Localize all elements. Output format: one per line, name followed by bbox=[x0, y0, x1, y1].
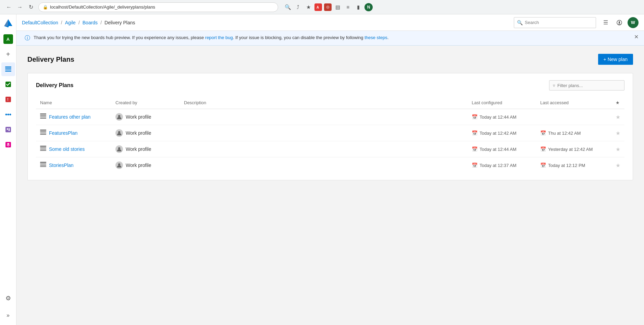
calendar-icon: 📅 bbox=[472, 162, 478, 168]
browser-toolbar: 🔍 ⤴ ★ A ▤ ≡ ▮ N bbox=[284, 3, 373, 11]
calendar-accessed-icon: 📅 bbox=[540, 162, 546, 168]
ext2-icon[interactable] bbox=[324, 3, 332, 11]
plan-name-link[interactable]: Some old stories bbox=[49, 146, 85, 152]
breadcrumb-sep3: / bbox=[100, 20, 102, 25]
share-icon[interactable]: ⤴ bbox=[294, 3, 302, 11]
svg-rect-5 bbox=[5, 68, 11, 69]
svg-point-13 bbox=[9, 114, 11, 116]
svg-rect-26 bbox=[40, 130, 46, 131]
nav-list-icon[interactable]: ☰ bbox=[600, 17, 611, 28]
sidebar: A + ! bbox=[0, 14, 16, 325]
content-area: ⓘ Thank you for trying the new boards hu… bbox=[16, 31, 644, 325]
breadcrumb-agile[interactable]: Agile bbox=[65, 20, 76, 25]
favorite-button[interactable]: ★ bbox=[616, 130, 620, 136]
calendar-icon: 📅 bbox=[472, 146, 478, 152]
svg-rect-22 bbox=[40, 115, 46, 116]
svg-rect-31 bbox=[40, 146, 46, 147]
svg-point-3 bbox=[326, 5, 330, 9]
sidebar-artifacts-icon[interactable] bbox=[1, 138, 15, 152]
breadcrumb-boards[interactable]: Boards bbox=[83, 20, 98, 25]
svg-rect-24 bbox=[40, 118, 46, 119]
sidebar-toggle-icon[interactable]: ▮ bbox=[354, 3, 362, 11]
col-header-star: ★ bbox=[611, 97, 624, 109]
creator-name: Work profile bbox=[126, 162, 151, 168]
calendar-accessed-icon: 📅 bbox=[540, 130, 546, 136]
banner-link-report[interactable]: report the bug bbox=[205, 35, 233, 40]
sidebar-test-icon[interactable] bbox=[1, 123, 15, 136]
banner-text: Thank you for trying the new boards hub … bbox=[34, 34, 636, 41]
sidebar-boards-icon[interactable] bbox=[1, 62, 15, 76]
new-plan-button[interactable]: + New plan bbox=[598, 54, 633, 65]
svg-rect-6 bbox=[5, 70, 11, 70]
sidebar-issues-icon[interactable]: ! bbox=[1, 93, 15, 106]
creator-cell: Work profile bbox=[115, 161, 176, 169]
svg-rect-23 bbox=[40, 117, 46, 117]
creator-avatar bbox=[115, 129, 123, 137]
refresh-button[interactable]: ↻ bbox=[26, 2, 36, 12]
extensions-icon[interactable]: ▤ bbox=[334, 3, 342, 11]
svg-rect-4 bbox=[5, 67, 11, 68]
plans-card-header: Delivery Plans ▿ bbox=[36, 80, 624, 91]
svg-rect-34 bbox=[40, 150, 46, 151]
svg-point-40 bbox=[118, 163, 120, 165]
col-header-accessed: Last accessed bbox=[536, 97, 611, 109]
plan-icon bbox=[40, 130, 46, 136]
last-configured-cell: 📅 Today at 12:44 AM bbox=[472, 114, 532, 120]
last-configured-cell: 📅 Today at 12:44 AM bbox=[472, 146, 532, 152]
table-row: Features other plan Work profile 📅 Today… bbox=[36, 109, 624, 125]
favorite-button[interactable]: ★ bbox=[616, 162, 620, 169]
menu-icon[interactable]: ≡ bbox=[344, 3, 352, 11]
breadcrumb: DefaultCollection / Agile / Boards / Del… bbox=[22, 20, 135, 25]
plan-icon bbox=[40, 146, 46, 153]
plan-name-link[interactable]: FeaturesPlan bbox=[49, 130, 77, 136]
lock-icon: 🔒 bbox=[43, 5, 48, 10]
last-configured-text: Today at 12:42 AM bbox=[480, 131, 517, 136]
app-container: A + ! bbox=[0, 14, 644, 325]
svg-text:!: ! bbox=[7, 97, 9, 101]
nav-badge-icon[interactable] bbox=[614, 17, 625, 28]
favorite-button[interactable]: ★ bbox=[616, 146, 620, 153]
ext1-icon[interactable]: A bbox=[314, 3, 322, 11]
user-avatar[interactable]: W bbox=[628, 17, 639, 28]
last-accessed-text: Thu at 12:42 AM bbox=[548, 131, 581, 136]
filter-input[interactable] bbox=[557, 83, 621, 88]
back-button[interactable]: ← bbox=[4, 2, 14, 12]
browser-user-avatar[interactable]: N bbox=[364, 3, 373, 11]
forward-button[interactable]: → bbox=[15, 2, 25, 12]
breadcrumb-defaultcollection[interactable]: DefaultCollection bbox=[22, 20, 58, 25]
bookmark-icon[interactable]: ★ bbox=[304, 3, 312, 11]
url-text: localhost/DefaultCollection/Agile/_deliv… bbox=[50, 4, 155, 10]
svg-rect-27 bbox=[40, 131, 46, 132]
sidebar-expand-icon[interactable]: » bbox=[1, 309, 15, 322]
creator-name: Work profile bbox=[126, 130, 151, 136]
svg-rect-28 bbox=[40, 133, 46, 133]
sidebar-avatar[interactable]: A bbox=[1, 32, 15, 46]
plan-name-link[interactable]: StoriesPlan bbox=[49, 162, 74, 168]
sidebar-settings-icon[interactable]: ⚙ bbox=[1, 291, 15, 305]
plan-description bbox=[180, 125, 468, 141]
filter-box[interactable]: ▿ bbox=[549, 80, 624, 91]
search-icon: 🔍 bbox=[517, 20, 523, 25]
azure-logo[interactable] bbox=[3, 18, 14, 29]
favorite-button[interactable]: ★ bbox=[616, 114, 620, 120]
browser-chrome: ← → ↻ 🔒 localhost/DefaultCollection/Agil… bbox=[0, 0, 644, 14]
plan-name-link[interactable]: Features other plan bbox=[49, 114, 90, 120]
main-area: DefaultCollection / Agile / Boards / Del… bbox=[16, 14, 644, 325]
zoom-icon[interactable]: 🔍 bbox=[284, 3, 292, 11]
calendar-icon: 📅 bbox=[472, 114, 478, 120]
sidebar-pipelines-icon[interactable] bbox=[1, 108, 15, 121]
plans-card: Delivery Plans ▿ Name Created by Descrip… bbox=[27, 73, 633, 180]
search-input[interactable] bbox=[525, 20, 593, 25]
last-accessed-text: Today at 12:12 PM bbox=[548, 163, 585, 168]
address-bar[interactable]: 🔒 localhost/DefaultCollection/Agile/_del… bbox=[38, 2, 278, 12]
svg-rect-19 bbox=[619, 21, 620, 23]
banner-close-button[interactable]: ✕ bbox=[634, 34, 639, 40]
plan-name-cell: Features other plan bbox=[40, 113, 107, 120]
search-box[interactable]: 🔍 bbox=[514, 17, 596, 28]
info-banner: ⓘ Thank you for trying the new boards hu… bbox=[16, 31, 644, 46]
breadcrumb-sep1: / bbox=[61, 20, 62, 25]
banner-link-steps[interactable]: these steps bbox=[364, 35, 387, 40]
breadcrumb-sep2: / bbox=[78, 20, 80, 25]
sidebar-tasks-icon[interactable] bbox=[1, 77, 15, 91]
sidebar-add-button[interactable]: + bbox=[1, 47, 15, 61]
